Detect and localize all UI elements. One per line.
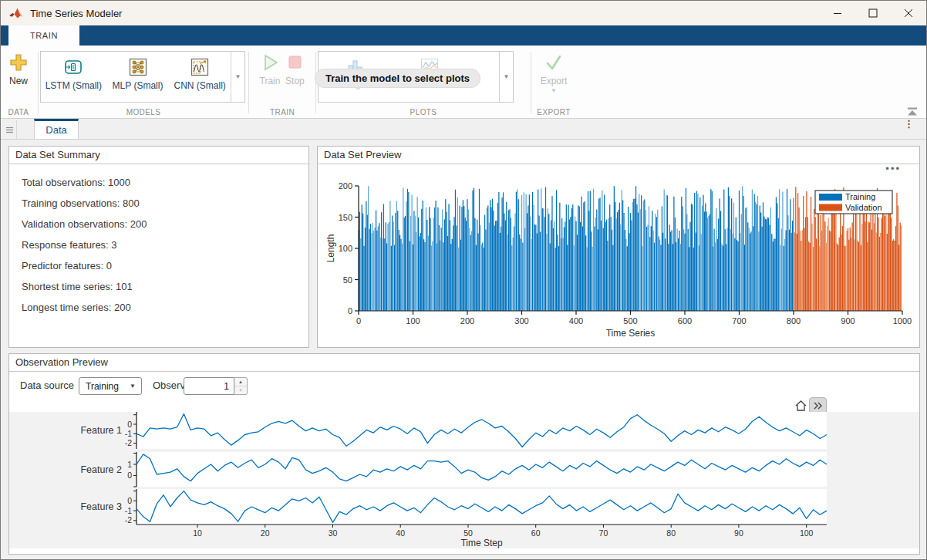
summary-validation-observations: Validation observations: 200 <box>22 214 308 234</box>
plots-tooltip: Train the model to select plots <box>315 69 480 87</box>
stop-square-icon <box>285 52 305 73</box>
close-button[interactable] <box>891 1 926 25</box>
double-chevron-right-icon <box>814 402 822 410</box>
svg-text:30: 30 <box>329 528 338 538</box>
minimize-button[interactable] <box>820 1 855 25</box>
stop-button-label: Stop <box>285 76 305 86</box>
export-section-label: EXPORT <box>533 108 575 116</box>
spinner-up-icon[interactable]: ▲ <box>234 378 247 386</box>
svg-text:600: 600 <box>678 316 692 326</box>
mlp-model-icon <box>128 57 148 77</box>
data-section-label: DATA <box>1 108 36 116</box>
ribbon-section-data: New DATA <box>1 46 36 118</box>
hamburger-icon <box>6 127 13 133</box>
home-icon[interactable] <box>794 400 807 412</box>
svg-text:50: 50 <box>343 275 352 285</box>
train-button[interactable]: Train <box>260 46 281 118</box>
summary-total-observations: Total observations: 1000 <box>22 172 308 193</box>
svg-text:0: 0 <box>348 306 352 315</box>
spinner-down-icon[interactable]: ▼ <box>234 386 247 394</box>
mlp-label: MLP (Small) <box>113 80 163 91</box>
new-plus-icon <box>8 52 29 73</box>
summary-training-observations: Training observations: 800 <box>22 193 308 214</box>
svg-text:Feature 3: Feature 3 <box>80 501 122 512</box>
ribbon-divider <box>248 52 249 113</box>
svg-text:50: 50 <box>464 528 473 538</box>
svg-text:-2: -2 <box>125 515 132 525</box>
svg-text:80: 80 <box>666 528 676 538</box>
svg-text:800: 800 <box>787 316 801 326</box>
svg-text:-1: -1 <box>125 506 132 515</box>
summary-response-features: Response features: 3 <box>22 234 308 255</box>
svg-text:300: 300 <box>514 316 528 326</box>
svg-text:200: 200 <box>460 316 474 326</box>
svg-text:500: 500 <box>623 316 637 326</box>
svg-text:700: 700 <box>732 316 746 326</box>
model-lstm-small[interactable]: LSTM (Small) <box>41 52 106 102</box>
svg-text:1: 1 <box>127 460 132 469</box>
model-mlp-small[interactable]: MLP (Small) <box>106 52 170 102</box>
observation-feature-plots: -2-10Feature 101Feature 2-2-10Feature 31… <box>9 412 919 548</box>
ribbon-section-export: Export ▼ EXPORT <box>533 46 575 118</box>
lstm-label: LSTM (Small) <box>46 80 102 91</box>
svg-text:1000: 1000 <box>893 316 912 326</box>
summary-list: Total observations: 1000 Training observ… <box>9 164 308 318</box>
svg-text:Validation: Validation <box>845 203 882 212</box>
plots-section-label: PLOTS <box>318 108 529 116</box>
observation-input[interactable] <box>184 377 234 395</box>
train-play-icon <box>260 52 280 73</box>
svg-text:0: 0 <box>127 496 132 505</box>
new-button[interactable]: New <box>1 46 36 86</box>
title-bar: Time Series Modeler <box>1 1 926 25</box>
observation-preview-panel: Observation Preview Data source Training… <box>8 353 920 555</box>
ribbon-tab-strip: TRAIN <box>1 25 926 46</box>
svg-text:Length: Length <box>325 234 336 263</box>
content-area: Data Set Summary Total observations: 100… <box>1 140 926 560</box>
tab-train[interactable]: TRAIN <box>8 25 79 46</box>
svg-text:100: 100 <box>800 528 814 538</box>
svg-text:-1: -1 <box>125 429 132 438</box>
matlab-logo-icon <box>8 7 24 19</box>
ribbon-divider <box>38 52 39 113</box>
svg-text:400: 400 <box>569 316 583 326</box>
svg-text:900: 900 <box>841 316 855 326</box>
svg-text:Feature 2: Feature 2 <box>80 464 122 475</box>
data-source-dropdown[interactable]: Training ▼ <box>79 377 142 395</box>
plots-gallery-dropdown[interactable]: ▼ <box>499 52 513 102</box>
svg-text:Time Series: Time Series <box>606 328 656 339</box>
svg-text:90: 90 <box>734 528 743 538</box>
ribbon-section-models: LSTM (Small) <box>40 46 247 118</box>
svg-text:Training: Training <box>845 192 875 201</box>
svg-text:Feature 1: Feature 1 <box>80 425 122 436</box>
ribbon-toolstrip: New DATA LSTM (Small) <box>1 46 926 119</box>
collapse-ribbon-button[interactable] <box>906 106 919 115</box>
export-button-label: Export <box>541 76 568 86</box>
svg-text:100: 100 <box>406 316 420 326</box>
svg-text:0: 0 <box>127 471 132 480</box>
new-button-label: New <box>9 76 28 86</box>
cnn-model-icon <box>190 57 210 77</box>
observation-spinner: ▲ ▼ <box>184 377 248 395</box>
maximize-button[interactable] <box>855 1 891 25</box>
window-title: Time Series Modeler <box>30 8 122 19</box>
models-gallery-dropdown[interactable]: ▼ <box>231 52 244 102</box>
observation-panel-title: Observation Preview <box>9 354 919 372</box>
tab-options-kebab-icon[interactable]: ⋮ <box>904 121 914 127</box>
stop-button[interactable]: Stop <box>285 46 305 118</box>
summary-shortest-series: Shortest time series: 101 <box>22 276 308 297</box>
document-tab-bar: Data ⋮ <box>1 119 926 140</box>
export-check-icon <box>544 52 564 73</box>
svg-text:60: 60 <box>531 528 541 538</box>
app-window: Time Series Modeler TRAIN New DATA <box>0 0 927 560</box>
model-cnn-small[interactable]: CNN (Small) <box>169 52 231 102</box>
models-gallery: LSTM (Small) <box>40 51 245 103</box>
svg-text:0: 0 <box>127 420 132 429</box>
panel-menu-button[interactable] <box>2 120 17 139</box>
tab-data[interactable]: Data <box>34 119 79 139</box>
cnn-label: CNN (Small) <box>174 80 226 91</box>
svg-text:-2: -2 <box>125 438 132 447</box>
svg-text:Time Step: Time Step <box>460 538 503 548</box>
data-source-label: Data source <box>20 380 74 391</box>
svg-text:40: 40 <box>396 528 405 538</box>
export-button[interactable]: Export ▼ <box>533 46 575 94</box>
